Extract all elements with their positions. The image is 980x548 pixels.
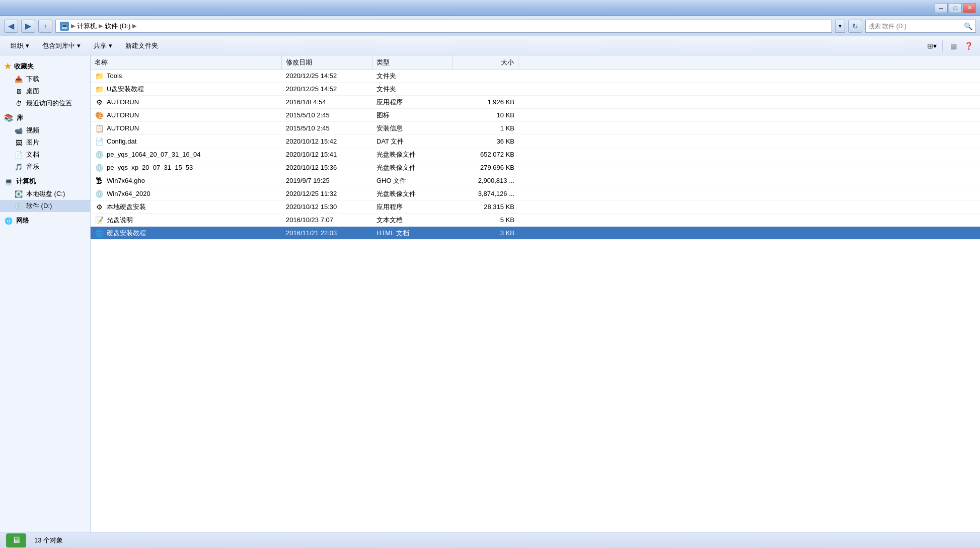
search-icon[interactable]: 🔍 (964, 22, 972, 30)
col-header-date[interactable]: 修改日期 (282, 55, 372, 69)
minimize-button[interactable]: ─ (935, 3, 948, 13)
up-button[interactable]: ↑ (38, 20, 52, 33)
table-row[interactable]: 📋 AUTORUN 2015/5/10 2:45 安装信息 1 KB (91, 122, 980, 135)
table-row[interactable]: 💿 pe_yqs_1064_20_07_31_16_04 2020/10/12 … (91, 148, 980, 161)
music-label: 音乐 (26, 162, 39, 171)
object-count: 13 个对象 (34, 536, 63, 545)
file-size-cell (453, 70, 518, 82)
file-type-cell: 文件夹 (372, 83, 453, 95)
local-c-icon: 💽 (14, 189, 23, 198)
table-row[interactable]: 💿 Win7x64_2020 2020/12/25 11:32 光盘映像文件 3… (91, 187, 980, 200)
file-name-cell: ⚙ 本地硬盘安装 (91, 200, 282, 213)
table-row[interactable]: ⚙ 本地硬盘安装 2020/10/12 15:30 应用程序 28,315 KB (91, 200, 980, 214)
sidebar-item-recent[interactable]: ⏱ 最近访问的位置 (0, 97, 90, 109)
file-name-cell: 💿 pe_yqs_1064_20_07_31_16_04 (91, 148, 282, 161)
file-name-label: 本地硬盘安装 (107, 202, 146, 212)
file-date-cell: 2019/9/7 19:25 (282, 174, 372, 187)
toolbar-right: ⊞▾ ▦ ❓ (925, 39, 975, 52)
file-type-cell: 图标 (372, 109, 453, 121)
include-in-library-button[interactable]: 包含到库中 ▾ (37, 39, 86, 53)
documents-label: 文档 (26, 150, 39, 159)
download-icon: 📥 (14, 75, 23, 84)
file-type-cell: 光盘映像文件 (372, 187, 453, 200)
sidebar-item-video[interactable]: 📹 视频 (0, 124, 90, 136)
table-row[interactable]: 🗜 Win7x64.gho 2019/9/7 19:25 GHO 文件 2,90… (91, 174, 980, 187)
recent-icon: ⏱ (14, 99, 23, 108)
file-name-label: pe_yqs_1064_20_07_31_16_04 (107, 151, 201, 158)
file-name-cell: 🌐 硬盘安装教程 (91, 227, 282, 239)
file-size-cell: 3,874,126 ... (453, 187, 518, 200)
file-type-cell: 光盘映像文件 (372, 161, 453, 174)
path-computer-label[interactable]: 计算机 (77, 22, 97, 31)
file-list-header: 名称 修改日期 类型 大小 (91, 55, 980, 70)
file-type-cell: DAT 文件 (372, 135, 453, 148)
sidebar-favorites-header[interactable]: ★ 收藏夹 (0, 59, 90, 73)
organize-button[interactable]: 组织 ▾ (5, 39, 35, 53)
col-header-type[interactable]: 类型 (372, 55, 453, 69)
file-name-label: AUTORUN (107, 98, 139, 106)
file-size-cell: 28,315 KB (453, 200, 518, 213)
file-icon: ⚙ (95, 98, 104, 107)
documents-icon: 📄 (14, 150, 23, 159)
maximize-button[interactable]: □ (949, 3, 962, 13)
col-type-label: 类型 (376, 58, 390, 67)
share-button[interactable]: 共享 ▾ (88, 39, 118, 53)
forward-button[interactable]: ▶ (21, 20, 35, 33)
new-folder-button[interactable]: 新建文件夹 (120, 39, 164, 53)
sidebar-computer-section: 💻 计算机 💽 本地磁盘 (C:) 💿 软件 (D:) (0, 175, 90, 212)
video-icon: 📹 (14, 126, 23, 135)
table-row[interactable]: ⚙ AUTORUN 2016/1/8 4:54 应用程序 1,926 KB (91, 96, 980, 109)
address-path[interactable]: 💻 ▶ 计算机 ▶ 软件 (D:) ▶ (55, 20, 832, 33)
file-name-cell: 📁 Tools (91, 70, 282, 82)
change-view-button[interactable]: ⊞▾ (925, 39, 938, 52)
address-dropdown-button[interactable]: ▼ (835, 20, 845, 33)
status-app-icon: 🖥 (6, 533, 26, 547)
col-header-name[interactable]: 名称 (91, 55, 282, 69)
sidebar-item-download[interactable]: 📥 下载 (0, 73, 90, 85)
back-button[interactable]: ◀ (4, 20, 18, 33)
sidebar-item-desktop[interactable]: 🖥 桌面 (0, 85, 90, 97)
table-row[interactable]: 🌐 硬盘安装教程 2016/11/21 22:03 HTML 文档 3 KB (91, 227, 980, 240)
file-icon: 🗜 (95, 176, 104, 185)
file-list: 📁 Tools 2020/12/25 14:52 文件夹 📁 U盘安装教程 20… (91, 70, 980, 532)
col-name-label: 名称 (95, 58, 108, 67)
file-icon: 🌐 (95, 229, 104, 238)
sidebar-item-local-c[interactable]: 💽 本地磁盘 (C:) (0, 188, 90, 200)
file-name-label: Win7x64.gho (107, 177, 145, 184)
search-input[interactable] (869, 23, 962, 30)
table-row[interactable]: 📄 Config.dat 2020/10/12 15:42 DAT 文件 36 … (91, 135, 980, 148)
pictures-icon: 🖼 (14, 138, 23, 147)
refresh-button[interactable]: ↻ (848, 20, 862, 33)
sidebar-item-music[interactable]: 🎵 音乐 (0, 161, 90, 173)
file-date-cell: 2020/10/12 15:30 (282, 200, 372, 213)
download-label: 下载 (26, 75, 39, 84)
close-button[interactable]: ✕ (963, 3, 976, 13)
file-date-cell: 2016/1/8 4:54 (282, 96, 372, 108)
table-row[interactable]: 📁 U盘安装教程 2020/12/25 14:52 文件夹 (91, 83, 980, 96)
sidebar-item-documents[interactable]: 📄 文档 (0, 149, 90, 161)
col-header-size[interactable]: 大小 (453, 55, 518, 69)
path-drive-label[interactable]: 软件 (D:) (105, 22, 130, 31)
path-separator-1: ▶ (71, 23, 75, 29)
col-date-label: 修改日期 (286, 58, 312, 67)
file-date-cell: 2020/10/12 15:42 (282, 135, 372, 148)
sidebar-item-pictures[interactable]: 🖼 图片 (0, 136, 90, 149)
table-row[interactable]: 📁 Tools 2020/12/25 14:52 文件夹 (91, 70, 980, 83)
table-row[interactable]: 📝 光盘说明 2016/10/23 7:07 文本文档 5 KB (91, 214, 980, 227)
file-date-cell: 2020/12/25 14:52 (282, 70, 372, 82)
help-button[interactable]: ❓ (962, 39, 975, 52)
file-icon: 📝 (95, 216, 104, 225)
table-row[interactable]: 💿 pe_yqs_xp_20_07_31_15_53 2020/10/12 15… (91, 161, 980, 174)
file-date-cell: 2015/5/10 2:45 (282, 122, 372, 134)
file-size-cell: 652,072 KB (453, 148, 518, 161)
sidebar-computer-header[interactable]: 💻 计算机 (0, 175, 90, 188)
search-bar[interactable]: 🔍 (865, 20, 976, 33)
sidebar-network-header[interactable]: 🌐 网络 (0, 214, 90, 227)
table-row[interactable]: 🎨 AUTORUN 2015/5/10 2:45 图标 10 KB (91, 109, 980, 122)
computer-icon: 💻 (4, 177, 13, 186)
sidebar-network-section: 🌐 网络 (0, 214, 90, 227)
preview-pane-button[interactable]: ▦ (947, 39, 960, 52)
sidebar-library-header[interactable]: 📚 库 (0, 111, 90, 124)
file-name-label: 硬盘安装教程 (107, 229, 146, 238)
sidebar-item-drive-d[interactable]: 💿 软件 (D:) (0, 200, 90, 212)
